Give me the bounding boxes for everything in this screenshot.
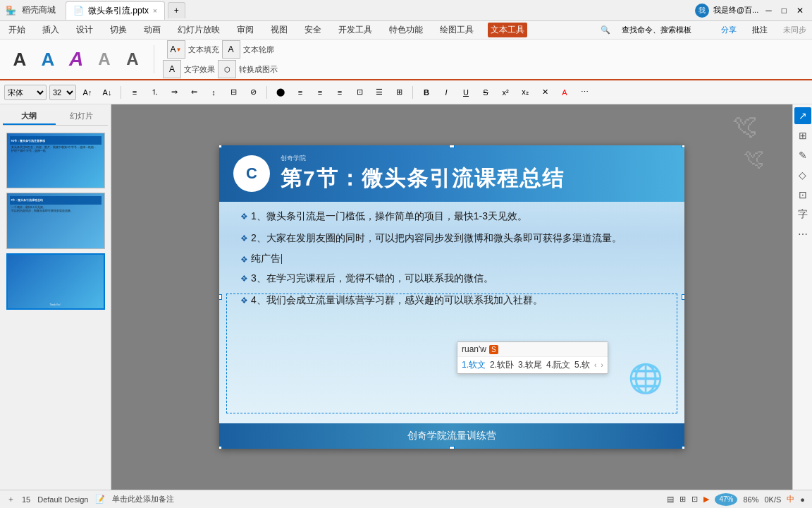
clear-format-button[interactable]: ✕ [536, 84, 553, 101]
italic-button[interactable]: I [438, 84, 455, 101]
menu-design[interactable]: 设计 [73, 23, 96, 37]
slide-thumb-2[interactable]: §节：微头条引流课程总结 一个项目，最快1-3天见效。 可以把内容同步，和微头条… [6, 193, 105, 248]
align-center-button[interactable]: ≡ [292, 84, 309, 101]
handle-top-mid[interactable] [449, 145, 455, 148]
search-label[interactable]: 查找命令、搜索模板 [622, 25, 691, 35]
font-btn-2[interactable]: A [35, 47, 61, 72]
font-btn-5[interactable]: A [120, 47, 145, 72]
ime-prev-button[interactable]: ‹ [594, 361, 596, 369]
logo-letter: C [246, 164, 257, 183]
slide-thumb-1[interactable]: §6节：微头条引流注意事项 务头条关注30左右，内容、图片、视频下载第2个字号，… [6, 133, 105, 188]
bullet-list-button[interactable]: ≡ [126, 84, 143, 101]
numbered-style-button[interactable]: ⊞ [390, 84, 407, 101]
menu-review[interactable]: 审阅 [234, 23, 257, 37]
font-btn-4[interactable]: A [92, 47, 117, 72]
share-button[interactable]: 分享 [721, 25, 737, 35]
slide-body[interactable]: ❖ 1、微头条引流是一门槛低，操作简单的项目，最快1-3天见效。 ❖ 2、大家在… [233, 202, 670, 423]
view-normal-icon[interactable]: ▤ [667, 495, 674, 504]
highlight-color-button[interactable]: A [556, 84, 573, 101]
view-slideshow-icon[interactable]: ⊡ [691, 495, 698, 504]
font-btn-1[interactable]: A [7, 47, 32, 72]
menu-developer[interactable]: 开发工具 [336, 23, 375, 37]
text-direction-button[interactable]: ⊘ [245, 84, 262, 101]
font-family-select[interactable]: 宋体 [4, 85, 47, 100]
align-left-button[interactable]: ⬤ [272, 84, 289, 101]
align-right-button[interactable]: ≡ [312, 84, 328, 101]
maximize-button[interactable]: □ [779, 6, 789, 16]
tab-slides[interactable]: 幻灯片 [56, 109, 109, 125]
title-bar-left: 🏪 稻壳商城 📄 微头条引流.pptx × + [0, 1, 689, 20]
right-tool-crop[interactable]: ⊡ [794, 186, 811, 203]
line-spacing-button[interactable]: ↕ [205, 84, 222, 101]
add-slide-button[interactable]: ＋ [7, 494, 15, 504]
ime-candidate-3[interactable]: 3.软尾 [518, 359, 542, 371]
columns-button[interactable]: ⊟ [225, 84, 242, 101]
new-tab-button[interactable]: + [168, 2, 185, 18]
handle-bottom-mid[interactable] [449, 446, 455, 449]
right-tool-text[interactable]: 字 [794, 206, 811, 223]
comment-button[interactable]: 批注 [752, 25, 768, 35]
ime-candidate-2[interactable]: 2.软卧 [490, 359, 514, 371]
list-style-button[interactable]: ☰ [371, 84, 388, 101]
handle-mid-left[interactable] [219, 294, 222, 300]
menu-transition[interactable]: 切换 [107, 23, 130, 37]
bold-button[interactable]: B [418, 84, 435, 101]
sync-button[interactable]: 未同步 [783, 25, 806, 35]
ime-candidate-4[interactable]: 4.阮文 [546, 359, 570, 371]
tab-outline[interactable]: 大纲 [3, 109, 56, 125]
editing-text[interactable]: 纯广告 [251, 253, 281, 265]
increase-indent-button[interactable]: ⇒ [166, 84, 183, 101]
user-avatar[interactable]: 我 [695, 4, 709, 18]
text-outline-button[interactable]: A [222, 40, 240, 59]
menu-draw[interactable]: 绘图工具 [437, 23, 476, 37]
handle-bottom-right[interactable] [682, 446, 684, 449]
menu-view[interactable]: 视图 [268, 23, 290, 37]
add-note-text[interactable]: 单击此处添加备注 [112, 494, 174, 504]
right-tool-cursor[interactable]: ↗ [794, 107, 811, 124]
minimize-button[interactable]: ─ [763, 6, 775, 16]
handle-top-left[interactable] [219, 145, 222, 148]
play-button[interactable]: ▶ [703, 495, 709, 504]
right-tool-shape[interactable]: ◇ [794, 167, 811, 183]
store-logo[interactable]: 🏪 [6, 6, 16, 16]
subscript-button[interactable]: x² [497, 84, 514, 101]
close-button[interactable]: ✕ [794, 6, 806, 16]
text-fill-button[interactable]: A▼ [167, 40, 185, 59]
font-btn-3[interactable]: A [63, 47, 89, 72]
menu-security[interactable]: 安全 [302, 23, 324, 37]
right-tool-more[interactable]: ⋯ [794, 226, 811, 243]
handle-mid-right[interactable] [682, 294, 684, 300]
smart-list-button[interactable]: ⊡ [351, 84, 368, 101]
menu-slideshow[interactable]: 幻灯片放映 [175, 23, 223, 37]
decrease-indent-button[interactable]: ⇐ [185, 84, 202, 101]
menu-start[interactable]: 开始 [6, 23, 28, 37]
right-tool-pen[interactable]: ✎ [794, 147, 811, 164]
font-size-select[interactable]: 32 [49, 85, 76, 100]
handle-bottom-left[interactable] [219, 446, 222, 449]
more-button[interactable]: ⋯ [576, 84, 593, 101]
numbered-list-button[interactable]: ⒈ [146, 84, 163, 101]
menu-special[interactable]: 特色功能 [386, 23, 426, 37]
justify-button[interactable]: ≡ [331, 84, 348, 101]
slide-thumb-3[interactable]: Thank You ! [6, 253, 105, 310]
view-grid-icon[interactable]: ⊞ [679, 495, 686, 504]
handle-top-right[interactable] [682, 145, 684, 148]
menu-insert[interactable]: 插入 [39, 23, 62, 37]
decrease-font-button[interactable]: A↓ [99, 84, 116, 101]
right-tool-layers[interactable]: ⊞ [794, 127, 811, 144]
slide-container[interactable]: C 创奇学院 第7节：微头条引流课程总结 ❖ 1、微头条引流是一门槛低，操作简单… [219, 145, 684, 449]
search-icon[interactable]: 🔍 [601, 25, 610, 35]
ime-candidate-1[interactable]: 1.软文 [462, 359, 486, 371]
active-tab[interactable]: 📄 微头条引流.pptx × [66, 1, 165, 20]
menu-animation[interactable]: 动画 [141, 23, 164, 37]
menu-text[interactable]: 文本工具 [488, 23, 527, 37]
tab-close-button[interactable]: × [153, 7, 157, 15]
text-effect-button[interactable]: A [163, 60, 181, 78]
convert-shape-button[interactable]: ⬡ [218, 60, 236, 78]
underline-button[interactable]: U [457, 84, 474, 101]
ime-next-button[interactable]: › [601, 361, 603, 369]
strikethrough-button[interactable]: S [477, 84, 494, 101]
superscript-button[interactable]: x₂ [517, 84, 534, 101]
increase-font-button[interactable]: A↑ [79, 84, 96, 101]
ime-candidate-5[interactable]: 5.软 [574, 359, 590, 371]
